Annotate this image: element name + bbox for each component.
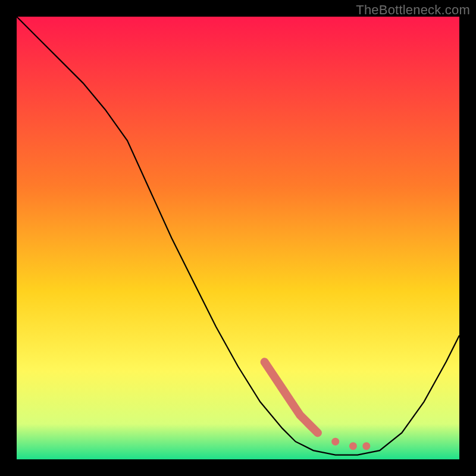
chart-frame	[17, 17, 459, 459]
watermark-text: TheBottleneck.com	[356, 2, 470, 18]
marker-dot	[362, 442, 370, 450]
bottleneck-chart	[17, 17, 459, 459]
marker-dot	[349, 442, 357, 450]
marker-dot	[314, 429, 321, 437]
marker-dot	[331, 438, 339, 446]
